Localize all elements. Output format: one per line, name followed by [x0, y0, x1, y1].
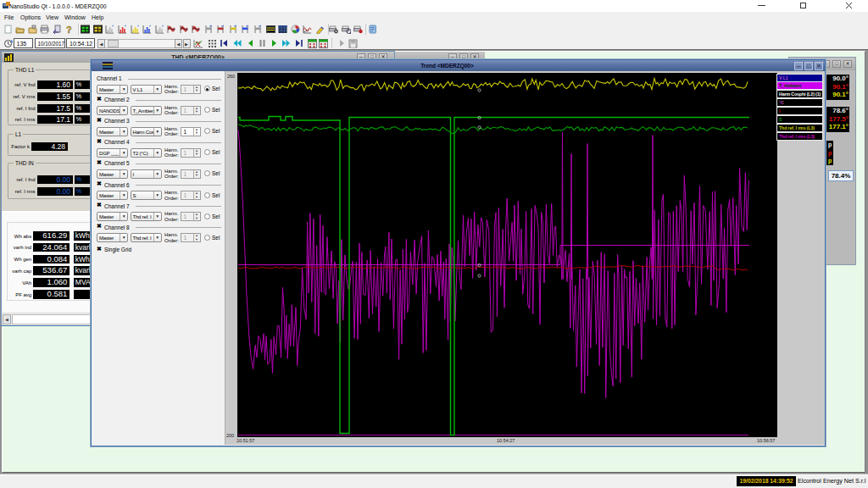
svg-text:?: ? [66, 25, 72, 34]
